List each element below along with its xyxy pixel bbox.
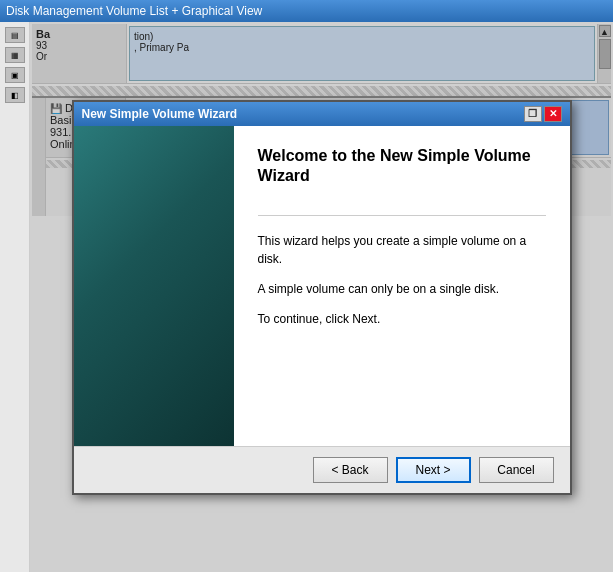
sidebar-icon-2[interactable]: ▦ (5, 47, 25, 63)
wizard-right-panel: Welcome to the New Simple Volume Wizard … (234, 126, 570, 446)
wizard-separator (258, 215, 546, 216)
wizard-para-1: This wizard helps you create a simple vo… (258, 232, 546, 268)
app-window: Disk Management Volume List + Graphical … (0, 0, 613, 572)
sidebar-icon-4[interactable]: ◧ (5, 87, 25, 103)
wizard-footer: < Back Next > Cancel (74, 446, 570, 493)
back-button[interactable]: < Back (313, 457, 388, 483)
cancel-button[interactable]: Cancel (479, 457, 554, 483)
sidebar-icon-3[interactable]: ▣ (5, 67, 25, 83)
wizard-titlebar: New Simple Volume Wizard ❐ ✕ (74, 102, 570, 126)
wizard-para-3: To continue, click Next. (258, 310, 546, 328)
app-body: ▤ ▦ ▣ ◧ Ba 93 Or tion) , P (0, 22, 613, 572)
wizard-title-text: New Simple Volume Wizard (82, 107, 238, 121)
wizard-overlay: New Simple Volume Wizard ❐ ✕ Welcome to … (30, 22, 613, 572)
wizard-body: Welcome to the New Simple Volume Wizard … (74, 126, 570, 446)
app-menu-label: Volume List + Graphical View (106, 4, 262, 18)
sidebar-icon-1[interactable]: ▤ (5, 27, 25, 43)
wizard-dialog: New Simple Volume Wizard ❐ ✕ Welcome to … (72, 100, 572, 495)
wizard-left-panel (74, 126, 234, 446)
wizard-close-button[interactable]: ✕ (544, 106, 562, 122)
app-title: Disk Management (6, 4, 103, 18)
wizard-para-2: A simple volume can only be on a single … (258, 280, 546, 298)
sidebar: ▤ ▦ ▣ ◧ (0, 22, 30, 572)
main-content: Ba 93 Or tion) , Primary Pa ▲ (30, 22, 613, 572)
wizard-heading: Welcome to the New Simple Volume Wizard (258, 146, 546, 188)
wizard-restore-button[interactable]: ❐ (524, 106, 542, 122)
next-button[interactable]: Next > (396, 457, 471, 483)
wizard-titlebar-buttons: ❐ ✕ (524, 106, 562, 122)
app-titlebar: Disk Management Volume List + Graphical … (0, 0, 613, 22)
